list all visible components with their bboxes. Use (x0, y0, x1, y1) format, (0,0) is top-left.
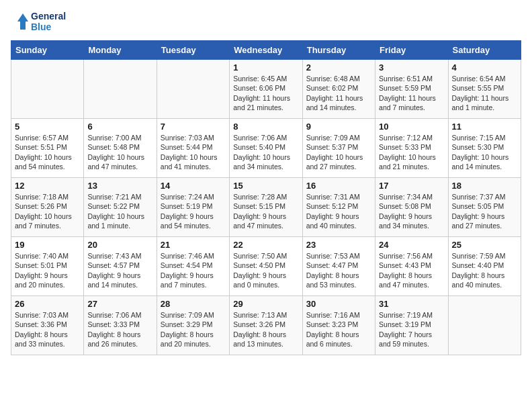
day-number: 3 (379, 62, 444, 73)
day-number: 12 (15, 181, 80, 191)
calendar-cell: 16Sunrise: 7:31 AM Sunset: 5:12 PM Dayli… (302, 178, 375, 237)
calendar-week-row: 19Sunrise: 7:40 AM Sunset: 5:01 PM Dayli… (11, 237, 521, 296)
day-number: 1 (233, 62, 298, 73)
day-info: Sunrise: 7:21 AM Sunset: 5:22 PM Dayligh… (87, 192, 152, 230)
day-info: Sunrise: 7:18 AM Sunset: 5:26 PM Dayligh… (15, 192, 80, 230)
day-number: 5 (15, 122, 80, 132)
day-number: 25 (452, 240, 517, 250)
day-info: Sunrise: 7:53 AM Sunset: 4:47 PM Dayligh… (306, 251, 371, 289)
calendar-cell: 9Sunrise: 7:09 AM Sunset: 5:37 PM Daylig… (302, 119, 375, 178)
day-info: Sunrise: 7:03 AM Sunset: 5:44 PM Dayligh… (161, 133, 226, 171)
day-number: 18 (452, 181, 517, 191)
calendar-cell: 15Sunrise: 7:28 AM Sunset: 5:15 PM Dayli… (230, 178, 302, 237)
day-info: Sunrise: 7:59 AM Sunset: 4:40 PM Dayligh… (452, 251, 517, 289)
day-info: Sunrise: 7:34 AM Sunset: 5:08 PM Dayligh… (379, 192, 444, 230)
day-info: Sunrise: 6:45 AM Sunset: 6:06 PM Dayligh… (233, 74, 298, 112)
day-number: 6 (87, 122, 152, 132)
calendar-cell: 17Sunrise: 7:34 AM Sunset: 5:08 PM Dayli… (375, 178, 448, 237)
calendar-cell: 14Sunrise: 7:24 AM Sunset: 5:19 PM Dayli… (157, 178, 229, 237)
calendar-cell: 20Sunrise: 7:43 AM Sunset: 4:57 PM Dayli… (84, 237, 157, 296)
calendar-table: SundayMondayTuesdayWednesdayThursdayFrid… (11, 40, 521, 355)
day-info: Sunrise: 7:40 AM Sunset: 5:01 PM Dayligh… (15, 251, 80, 289)
weekday-header-friday: Friday (375, 41, 448, 60)
weekday-header-sunday: Sunday (11, 41, 84, 60)
weekday-header-row: SundayMondayTuesdayWednesdayThursdayFrid… (11, 41, 521, 60)
calendar-cell: 29Sunrise: 7:13 AM Sunset: 3:26 PM Dayli… (230, 296, 302, 355)
day-info: Sunrise: 7:16 AM Sunset: 3:23 PM Dayligh… (306, 310, 371, 349)
page-header: General Blue (11, 11, 521, 32)
day-number: 20 (87, 240, 152, 250)
day-info: Sunrise: 6:57 AM Sunset: 5:51 PM Dayligh… (15, 133, 80, 171)
calendar-cell: 8Sunrise: 7:06 AM Sunset: 5:40 PM Daylig… (230, 119, 302, 178)
day-info: Sunrise: 7:09 AM Sunset: 5:37 PM Dayligh… (306, 133, 371, 171)
day-info: Sunrise: 7:31 AM Sunset: 5:12 PM Dayligh… (306, 192, 371, 230)
calendar-cell: 24Sunrise: 7:56 AM Sunset: 4:43 PM Dayli… (375, 237, 448, 296)
day-info: Sunrise: 7:28 AM Sunset: 5:15 PM Dayligh… (233, 192, 298, 230)
logo-text-blue: Blue (31, 21, 66, 32)
calendar-week-row: 5Sunrise: 6:57 AM Sunset: 5:51 PM Daylig… (11, 119, 521, 178)
weekday-header-thursday: Thursday (302, 41, 375, 60)
calendar-cell: 26Sunrise: 7:03 AM Sunset: 3:36 PM Dayli… (11, 296, 84, 355)
calendar-cell: 7Sunrise: 7:03 AM Sunset: 5:44 PM Daylig… (157, 119, 229, 178)
calendar-cell: 13Sunrise: 7:21 AM Sunset: 5:22 PM Dayli… (84, 178, 157, 237)
svg-marker-1 (17, 13, 28, 30)
day-number: 15 (233, 181, 298, 191)
day-number: 7 (161, 122, 226, 132)
day-number: 27 (87, 299, 152, 309)
day-number: 31 (379, 299, 444, 309)
day-info: Sunrise: 7:00 AM Sunset: 5:48 PM Dayligh… (87, 133, 152, 171)
day-info: Sunrise: 6:54 AM Sunset: 5:55 PM Dayligh… (452, 74, 517, 112)
day-number: 8 (233, 122, 298, 132)
day-number: 13 (87, 181, 152, 191)
day-number: 2 (306, 62, 371, 73)
day-number: 11 (452, 122, 517, 132)
day-info: Sunrise: 7:19 AM Sunset: 3:19 PM Dayligh… (379, 310, 444, 349)
calendar-cell: 2Sunrise: 6:48 AM Sunset: 6:02 PM Daylig… (302, 60, 375, 119)
logo-text-general: General (31, 11, 66, 21)
day-info: Sunrise: 7:50 AM Sunset: 4:50 PM Dayligh… (233, 251, 298, 289)
calendar-cell: 1Sunrise: 6:45 AM Sunset: 6:06 PM Daylig… (230, 60, 302, 119)
calendar-cell: 19Sunrise: 7:40 AM Sunset: 5:01 PM Dayli… (11, 237, 84, 296)
day-info: Sunrise: 7:03 AM Sunset: 3:36 PM Dayligh… (15, 310, 80, 349)
calendar-cell: 22Sunrise: 7:50 AM Sunset: 4:50 PM Dayli… (230, 237, 302, 296)
day-info: Sunrise: 7:56 AM Sunset: 4:43 PM Dayligh… (379, 251, 444, 289)
calendar-cell: 25Sunrise: 7:59 AM Sunset: 4:40 PM Dayli… (448, 237, 521, 296)
day-number: 21 (161, 240, 226, 250)
day-number: 22 (233, 240, 298, 250)
day-number: 9 (306, 122, 371, 132)
day-number: 10 (379, 122, 444, 132)
day-number: 14 (161, 181, 226, 191)
day-info: Sunrise: 7:15 AM Sunset: 5:30 PM Dayligh… (452, 133, 517, 171)
calendar-week-row: 26Sunrise: 7:03 AM Sunset: 3:36 PM Dayli… (11, 296, 521, 355)
calendar-cell: 10Sunrise: 7:12 AM Sunset: 5:33 PM Dayli… (375, 119, 448, 178)
calendar-cell: 30Sunrise: 7:16 AM Sunset: 3:23 PM Dayli… (302, 296, 375, 355)
day-number: 29 (233, 299, 298, 309)
day-info: Sunrise: 7:46 AM Sunset: 4:54 PM Dayligh… (161, 251, 226, 289)
calendar-cell: 27Sunrise: 7:06 AM Sunset: 3:33 PM Dayli… (84, 296, 157, 355)
day-info: Sunrise: 7:12 AM Sunset: 5:33 PM Dayligh… (379, 133, 444, 171)
day-number: 24 (379, 240, 444, 250)
calendar-cell: 28Sunrise: 7:09 AM Sunset: 3:29 PM Dayli… (157, 296, 229, 355)
day-info: Sunrise: 7:13 AM Sunset: 3:26 PM Dayligh… (233, 310, 298, 349)
calendar-cell (11, 60, 84, 119)
day-info: Sunrise: 6:51 AM Sunset: 5:59 PM Dayligh… (379, 74, 444, 112)
day-number: 19 (15, 240, 80, 250)
calendar-cell: 21Sunrise: 7:46 AM Sunset: 4:54 PM Dayli… (157, 237, 229, 296)
logo-icon (11, 12, 30, 31)
weekday-header-tuesday: Tuesday (157, 41, 229, 60)
calendar-cell: 12Sunrise: 7:18 AM Sunset: 5:26 PM Dayli… (11, 178, 84, 237)
calendar-cell: 11Sunrise: 7:15 AM Sunset: 5:30 PM Dayli… (448, 119, 521, 178)
day-info: Sunrise: 7:24 AM Sunset: 5:19 PM Dayligh… (161, 192, 226, 230)
day-number: 17 (379, 181, 444, 191)
day-number: 16 (306, 181, 371, 191)
weekday-header-wednesday: Wednesday (230, 41, 302, 60)
day-number: 28 (161, 299, 226, 309)
day-info: Sunrise: 7:06 AM Sunset: 5:40 PM Dayligh… (233, 133, 298, 171)
day-number: 4 (452, 62, 517, 73)
day-info: Sunrise: 7:09 AM Sunset: 3:29 PM Dayligh… (161, 310, 226, 349)
weekday-header-saturday: Saturday (448, 41, 521, 60)
calendar-cell (84, 60, 157, 119)
day-info: Sunrise: 7:37 AM Sunset: 5:05 PM Dayligh… (452, 192, 517, 230)
logo: General Blue (11, 11, 66, 32)
calendar-cell (448, 296, 521, 355)
